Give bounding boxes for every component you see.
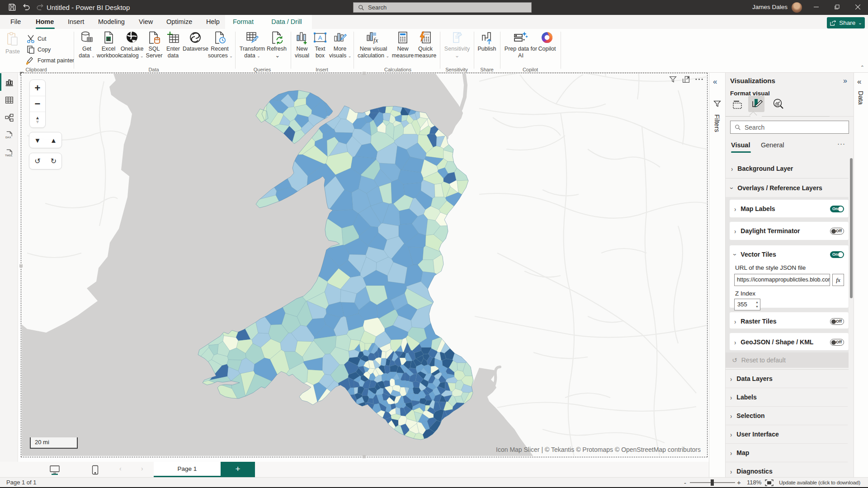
svg-text:DAX: DAX [5,136,11,139]
svg-text:fx: fx [373,37,378,44]
svg-text:A: A [318,34,322,41]
svg-text:X: X [107,37,110,42]
svg-text:TMDL: TMDL [5,154,13,157]
